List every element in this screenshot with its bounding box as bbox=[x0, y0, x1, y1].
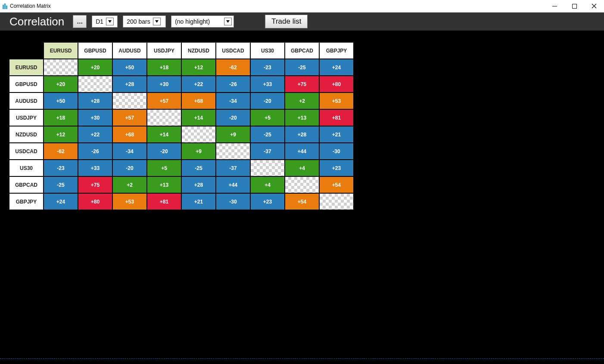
matrix-cell[interactable]: +4 bbox=[251, 177, 284, 193]
matrix-cell[interactable]: +14 bbox=[182, 110, 215, 126]
matrix-cell[interactable]: +22 bbox=[78, 126, 112, 142]
row-header[interactable]: AUDUSD bbox=[9, 93, 43, 109]
matrix-cell[interactable]: +9 bbox=[182, 143, 215, 159]
matrix-cell[interactable]: +2 bbox=[285, 93, 319, 109]
maximize-button[interactable] bbox=[564, 0, 584, 12]
matrix-cell[interactable]: +12 bbox=[44, 126, 78, 142]
matrix-cell[interactable]: -30 bbox=[320, 143, 353, 159]
matrix-cell[interactable]: -23 bbox=[251, 59, 284, 75]
matrix-cell[interactable]: +57 bbox=[147, 93, 181, 109]
matrix-cell[interactable]: -37 bbox=[216, 160, 250, 176]
matrix-cell[interactable]: -62 bbox=[216, 59, 250, 75]
matrix-cell[interactable]: +81 bbox=[147, 194, 181, 210]
matrix-cell[interactable]: -20 bbox=[251, 93, 284, 109]
matrix-cell[interactable]: -34 bbox=[216, 93, 250, 109]
close-button[interactable] bbox=[584, 0, 604, 12]
matrix-cell[interactable]: +23 bbox=[251, 194, 284, 210]
matrix-cell[interactable]: +18 bbox=[44, 110, 78, 126]
matrix-cell[interactable]: +9 bbox=[216, 126, 250, 142]
matrix-cell[interactable]: +50 bbox=[44, 93, 78, 109]
column-header[interactable]: US30 bbox=[251, 43, 284, 59]
matrix-cell[interactable]: +18 bbox=[147, 59, 181, 75]
matrix-cell[interactable]: -30 bbox=[216, 194, 250, 210]
matrix-cell[interactable]: +68 bbox=[182, 93, 215, 109]
matrix-cell[interactable]: -62 bbox=[44, 143, 78, 159]
row-header[interactable]: US30 bbox=[9, 160, 43, 176]
matrix-diagonal bbox=[251, 160, 284, 176]
row-header[interactable]: GBPCAD bbox=[9, 177, 43, 193]
matrix-cell[interactable]: +14 bbox=[147, 126, 181, 142]
matrix-cell[interactable]: +24 bbox=[320, 59, 353, 75]
matrix-cell[interactable]: +81 bbox=[320, 110, 353, 126]
matrix-cell[interactable]: +20 bbox=[78, 59, 112, 75]
trade-list-button[interactable]: Trade list bbox=[265, 15, 308, 28]
column-header[interactable]: AUDUSD bbox=[113, 43, 146, 59]
minimize-button[interactable] bbox=[545, 0, 564, 12]
matrix-cell[interactable]: +20 bbox=[44, 76, 78, 92]
row-header[interactable]: USDJPY bbox=[9, 110, 43, 126]
matrix-cell[interactable]: -34 bbox=[113, 143, 146, 159]
matrix-cell[interactable]: +33 bbox=[78, 160, 112, 176]
matrix-cell[interactable]: +13 bbox=[285, 110, 319, 126]
matrix-cell[interactable]: +21 bbox=[182, 194, 215, 210]
matrix-cell[interactable]: -25 bbox=[44, 177, 78, 193]
row-header[interactable]: NZDUSD bbox=[9, 126, 43, 142]
column-header[interactable]: GBPCAD bbox=[285, 43, 319, 59]
matrix-cell[interactable]: +80 bbox=[78, 194, 112, 210]
matrix-cell[interactable]: +53 bbox=[320, 93, 353, 109]
matrix-cell[interactable]: +24 bbox=[44, 194, 78, 210]
matrix-cell[interactable]: -25 bbox=[251, 126, 284, 142]
matrix-cell[interactable]: +4 bbox=[285, 160, 319, 176]
matrix-cell[interactable]: +68 bbox=[113, 126, 146, 142]
matrix-cell[interactable]: -25 bbox=[182, 160, 215, 176]
matrix-cell[interactable]: -23 bbox=[44, 160, 78, 176]
matrix-cell[interactable]: +13 bbox=[147, 177, 181, 193]
matrix-cell[interactable]: +28 bbox=[285, 126, 319, 142]
matrix-cell[interactable]: -20 bbox=[147, 143, 181, 159]
matrix-cell[interactable]: +33 bbox=[251, 76, 284, 92]
matrix-cell[interactable]: +5 bbox=[147, 160, 181, 176]
matrix-cell[interactable]: -20 bbox=[113, 160, 146, 176]
matrix-cell[interactable]: +12 bbox=[182, 59, 215, 75]
matrix-cell[interactable]: +50 bbox=[113, 59, 146, 75]
matrix-cell[interactable]: -37 bbox=[251, 143, 284, 159]
matrix-cell[interactable]: +22 bbox=[182, 76, 215, 92]
column-header[interactable]: GBPJPY bbox=[320, 43, 353, 59]
matrix-cell[interactable]: +57 bbox=[113, 110, 146, 126]
column-header[interactable]: GBPUSD bbox=[78, 43, 112, 59]
row-header[interactable]: GBPJPY bbox=[9, 194, 43, 210]
row-header[interactable]: GBPUSD bbox=[9, 76, 43, 92]
matrix-cell[interactable]: +30 bbox=[78, 110, 112, 126]
matrix-cell[interactable]: +54 bbox=[320, 177, 353, 193]
matrix-cell[interactable]: +23 bbox=[320, 160, 353, 176]
matrix-cell[interactable]: -25 bbox=[285, 59, 319, 75]
matrix-cell[interactable]: +30 bbox=[147, 76, 181, 92]
column-header[interactable]: USDJPY bbox=[147, 43, 181, 59]
symbols-menu-button[interactable]: ... bbox=[73, 15, 87, 28]
timeframe-select[interactable]: D1 bbox=[92, 15, 118, 28]
row-header[interactable]: USDCAD bbox=[9, 143, 43, 159]
matrix-cell[interactable]: +54 bbox=[285, 194, 319, 210]
matrix-cell[interactable]: +53 bbox=[113, 194, 146, 210]
matrix-cell[interactable]: +28 bbox=[78, 93, 112, 109]
matrix-cell[interactable]: +28 bbox=[113, 76, 146, 92]
matrix-cell[interactable]: -26 bbox=[216, 76, 250, 92]
matrix-cell[interactable]: +75 bbox=[285, 76, 319, 92]
matrix-cell[interactable]: +44 bbox=[285, 143, 319, 159]
column-header[interactable]: NZDUSD bbox=[182, 43, 215, 59]
matrix-cell[interactable]: +44 bbox=[216, 177, 250, 193]
row-header[interactable]: EURUSD bbox=[9, 59, 43, 75]
highlight-select[interactable]: (no highlight) bbox=[171, 15, 234, 28]
matrix-cell[interactable]: +21 bbox=[320, 126, 353, 142]
column-header[interactable]: EURUSD bbox=[44, 43, 78, 59]
matrix-cell[interactable]: +2 bbox=[113, 177, 146, 193]
matrix-cell[interactable]: +80 bbox=[320, 76, 353, 92]
matrix-cell[interactable]: +75 bbox=[78, 177, 112, 193]
column-header[interactable]: USDCAD bbox=[216, 43, 250, 59]
matrix-cell[interactable]: +28 bbox=[182, 177, 215, 193]
timeframe-value: D1 bbox=[96, 18, 103, 25]
matrix-cell[interactable]: +5 bbox=[251, 110, 284, 126]
matrix-cell[interactable]: -26 bbox=[78, 143, 112, 159]
bars-select[interactable]: 200 bars bbox=[123, 15, 166, 28]
matrix-cell[interactable]: -20 bbox=[216, 110, 250, 126]
